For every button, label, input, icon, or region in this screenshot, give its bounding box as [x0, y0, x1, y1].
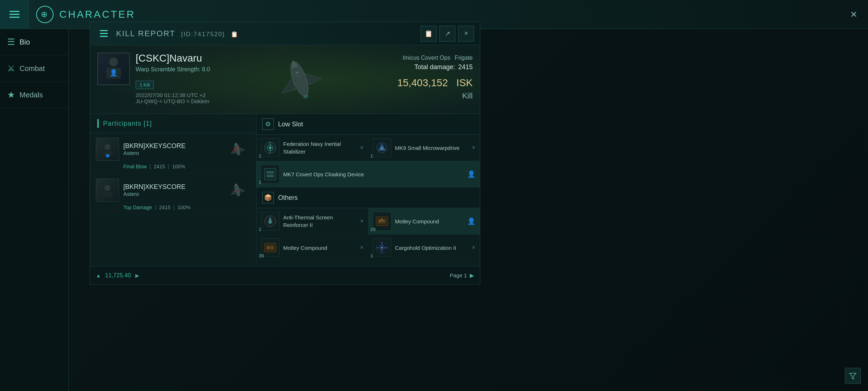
victim-kill-tag: 1 Kill	[136, 81, 154, 89]
equip-item-cloak: MK7 Covert Ops Cloaking Device 👤 1	[256, 161, 480, 188]
fed-navy-stab-remove[interactable]: ×	[360, 144, 363, 151]
victim-avatar-image: 👤	[98, 53, 129, 84]
motley-29-person-icon: 👤	[467, 217, 475, 225]
low-slot-title: Low Slot	[278, 121, 303, 128]
modal-topbar: KILL REPORT [ID:7417520] 📋 📋 ↗ ×	[90, 22, 480, 45]
header-border-accent	[97, 119, 99, 128]
kill-report-modal: KILL REPORT [ID:7417520] 📋 📋 ↗ × 👤 [CSK	[90, 22, 480, 285]
export-button[interactable]: ↗	[439, 26, 455, 42]
participant-1-name: [BKRN]XKEYSCORE	[123, 142, 220, 150]
svg-rect-33	[267, 171, 274, 173]
participant-1-ship-image	[224, 140, 250, 158]
participants-panel: Participants [1] 👤	[90, 114, 256, 266]
svg-point-46	[271, 246, 273, 249]
ship-render	[263, 50, 336, 109]
kill-location: JU-QWQ < UTQ-BO < Deklein	[136, 98, 210, 104]
participants-title: Participants [1]	[103, 120, 152, 127]
kill-datetime: 2022/07/30 01:12:38 UTC +2	[136, 92, 210, 98]
victim-info: [CSKC]Navaru Warp Scramble Strength: 8.0…	[130, 52, 210, 104]
svg-point-37	[269, 221, 271, 223]
participants-header: Participants [1]	[90, 114, 256, 133]
equip-item-fed-navy-stab: Federation Navy Inertial Stabilizer × 1	[256, 135, 368, 161]
participant-2-ship: Astero	[123, 191, 220, 197]
sidebar-item-combat[interactable]: ⚔ Combat	[0, 55, 68, 82]
thermal-remove[interactable]: ×	[360, 218, 363, 224]
sidebar: ☰ Bio ⚔ Combat ★ Medals	[0, 29, 69, 391]
participant-2: [BKRN]XKEYSCORE Astero	[90, 174, 256, 215]
svg-rect-34	[267, 175, 274, 177]
victim-name: [CSKC]Navaru	[136, 52, 210, 64]
thermal-name: Anti-Thermal Screen Reinforcer II	[283, 214, 357, 229]
kill-header: 👤 [CSKC]Navaru Warp Scramble Strength: 8…	[90, 45, 480, 114]
svg-rect-32	[264, 168, 276, 180]
low-slot-grid: Federation Navy Inertial Stabilizer × 1	[256, 135, 480, 188]
cargohold-icon	[373, 238, 391, 257]
modal-actions: 📋 ↗ ×	[421, 26, 474, 42]
cloak-person-icon: 👤	[467, 170, 475, 178]
kill-isk-value: 15,403,152 ISK	[397, 72, 473, 90]
participant-1-avatar: 👤	[96, 138, 119, 161]
svg-point-12	[105, 144, 110, 150]
modal-close-button[interactable]: ×	[458, 26, 474, 42]
participant-2-avatar	[96, 178, 119, 202]
modal-bottom: ▲ 11,725.40 ▶ Page 1 ▶	[90, 266, 480, 284]
motley-39-name: Motley Compound	[283, 244, 357, 252]
sidebar-item-bio[interactable]: ☰ Bio	[0, 29, 68, 55]
mwd-remove[interactable]: ×	[472, 144, 475, 151]
others-title: Others	[278, 194, 298, 202]
low-slot-icon: ⚙	[262, 118, 274, 130]
modal-menu-button[interactable]	[96, 26, 112, 42]
svg-point-42	[381, 219, 383, 221]
thermal-icon	[261, 212, 280, 231]
cargohold-name: Cargohold Optimization II	[395, 244, 468, 252]
kill-type: Kill	[397, 91, 473, 101]
others-grid: Anti-Thermal Screen Reinforcer II × 1	[256, 208, 480, 261]
svg-point-31	[381, 148, 383, 149]
motley-39-remove[interactable]: ×	[360, 244, 363, 251]
equip-item-motley-39: Motley Compound × 39	[256, 235, 368, 261]
ship-name: Imicus Covert Ops Frigate	[397, 52, 473, 62]
modal-title: KILL REPORT [ID:7417520] 📋	[116, 29, 421, 38]
participant-1-top: 👤 [BKRN]XKEYSCORE Astero	[96, 138, 250, 161]
equip-item-mwd: MK9 Small Microwarpdrive × 1	[368, 135, 480, 161]
motley-29-name: Motley Compound	[395, 218, 464, 225]
app-title: ⊕ CHARACTER	[29, 6, 135, 23]
svg-point-26	[269, 147, 271, 149]
low-slot-header: ⚙ Low Slot	[256, 114, 480, 135]
fed-navy-stab-icon	[261, 138, 280, 157]
svg-point-45	[267, 246, 270, 249]
combat-icon: ⚔	[7, 63, 15, 73]
participant-1-stats: Final Blow | 2415 | 100%	[96, 164, 250, 169]
filter-button[interactable]	[845, 368, 861, 384]
svg-rect-20	[102, 192, 112, 197]
participant-2-info: [BKRN]XKEYSCORE Astero	[123, 183, 220, 197]
sidebar-item-medals[interactable]: ★ Medals	[0, 82, 68, 108]
cargohold-remove[interactable]: ×	[472, 244, 475, 251]
others-icon: 📦	[262, 192, 274, 203]
app-close-button[interactable]: ×	[850, 8, 857, 21]
menu-button[interactable]	[0, 0, 29, 29]
bio-icon: ☰	[7, 37, 15, 47]
kill-value-section: Imicus Covert Ops Frigate Total damage: …	[397, 52, 473, 101]
victim-avatar: 👤	[97, 52, 130, 85]
participant-2-top: [BKRN]XKEYSCORE Astero	[96, 178, 250, 202]
equip-item-thermal: Anti-Thermal Screen Reinforcer II × 1	[256, 208, 368, 235]
page-indicator: Page 1 ▶	[450, 272, 474, 279]
clipboard-button[interactable]: 📋	[421, 26, 437, 42]
participant-1-ship: Astero	[123, 150, 220, 156]
mwd-name: MK9 Small Microwarpdrive	[395, 144, 468, 152]
svg-marker-54	[850, 373, 856, 379]
cloak-name: MK7 Covert Ops Cloaking Device	[283, 171, 464, 178]
participant-2-name: [BKRN]XKEYSCORE	[123, 183, 220, 191]
svg-point-49	[381, 247, 383, 249]
participant-2-stats: Top Damage | 2415 | 100%	[96, 205, 250, 210]
bottom-score: 11,725.40	[105, 272, 131, 279]
next-page-button[interactable]: ▶	[470, 272, 474, 279]
fed-navy-stab-name: Federation Navy Inertial Stabilizer	[283, 140, 357, 155]
total-damage: Total damage: 2415	[397, 63, 473, 71]
equip-item-cargohold: Cargohold Optimization II × 1	[368, 235, 480, 261]
hamburger-icon	[9, 11, 20, 18]
equip-item-motley-29: Motley Compound 👤 29	[368, 208, 480, 235]
victim-warp-scramble: Warp Scramble Strength: 8.0	[136, 66, 210, 73]
cloak-icon	[261, 165, 280, 184]
